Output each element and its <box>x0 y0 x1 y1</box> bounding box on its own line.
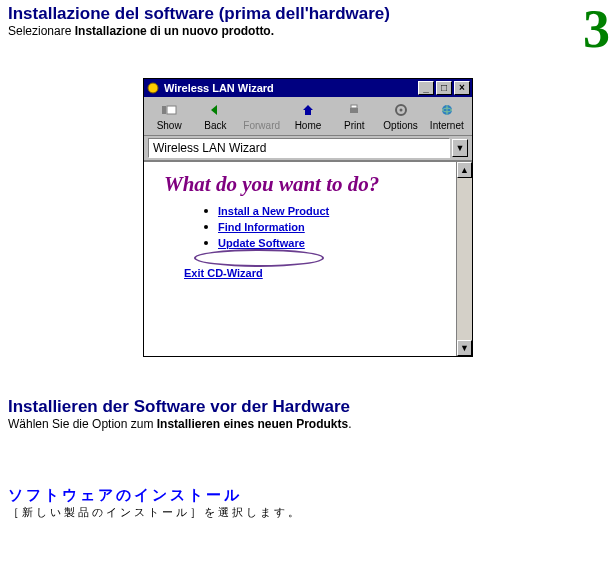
option-install[interactable]: Install a New Product <box>204 205 472 217</box>
viewport: What do you want to do? Install a New Pr… <box>144 161 472 356</box>
titlebar: Wireless LAN Wizard _ □ × <box>144 79 472 97</box>
scroll-up-button[interactable]: ▲ <box>457 162 472 178</box>
toolbar-forward: Forward <box>239 99 285 133</box>
option-find[interactable]: Find Information <box>204 221 472 233</box>
internet-icon <box>424 101 470 119</box>
svg-point-0 <box>148 83 158 93</box>
window-title: Wireless LAN Wizard <box>164 82 418 94</box>
subtext-german-suffix: . <box>348 417 351 431</box>
option-find-label: Find Information <box>218 221 305 233</box>
svg-rect-3 <box>350 108 358 113</box>
svg-rect-1 <box>162 106 166 114</box>
print-icon <box>331 101 377 119</box>
address-dropdown[interactable]: ▼ <box>452 139 468 157</box>
bullet-icon <box>204 241 208 245</box>
toolbar-options[interactable]: Options <box>377 99 423 133</box>
toolbar-show-label: Show <box>157 120 182 131</box>
minimize-button[interactable]: _ <box>418 81 434 95</box>
toolbar-back-label: Back <box>204 120 226 131</box>
toolbar-print[interactable]: Print <box>331 99 377 133</box>
option-exit[interactable]: Exit CD-Wizard <box>184 267 472 279</box>
option-update[interactable]: Update Software <box>204 237 472 249</box>
option-update-label: Update Software <box>218 237 305 249</box>
back-icon <box>192 101 238 119</box>
toolbar-forward-label: Forward <box>243 120 280 131</box>
scroll-down-button[interactable]: ▼ <box>457 340 472 356</box>
wizard-window: Wireless LAN Wizard _ □ × Show Back <box>143 78 473 357</box>
toolbar-show[interactable]: Show <box>146 99 192 133</box>
scroll-track[interactable] <box>457 178 472 340</box>
highlight-oval <box>194 249 324 267</box>
wizard-question: What do you want to do? <box>144 162 472 205</box>
toolbar-print-label: Print <box>344 120 365 131</box>
heading-japanese: ソフトウェアのインストール <box>8 486 608 505</box>
subtext-german-prefix: Wählen Sie die Option zum <box>8 417 157 431</box>
toolbar-internet[interactable]: Internet <box>424 99 470 133</box>
subtext-german: Wählen Sie die Option zum Installieren e… <box>8 417 608 431</box>
subtext-italian-bold: Installazione di un nuovo prodotto. <box>75 24 274 38</box>
subtext-italian: Selezionare Installazione di un nuovo pr… <box>8 24 608 38</box>
home-icon <box>285 101 331 119</box>
bullet-icon <box>204 209 208 213</box>
toolbar-options-label: Options <box>383 120 417 131</box>
show-icon <box>146 101 192 119</box>
subtext-german-bold: Installieren eines neuen Produkts <box>157 417 348 431</box>
subtext-japanese: ［新しい製品のインストール］を選択します。 <box>8 505 608 520</box>
subtext-italian-prefix: Selezionare <box>8 24 75 38</box>
svg-rect-2 <box>167 106 176 114</box>
toolbar-home-label: Home <box>295 120 322 131</box>
options-icon <box>377 101 423 119</box>
bullet-icon <box>204 225 208 229</box>
toolbar-back[interactable]: Back <box>192 99 238 133</box>
scrollbar-vertical[interactable]: ▲ ▼ <box>456 162 472 356</box>
address-input[interactable]: Wireless LAN Wizard <box>148 138 450 158</box>
toolbar-home[interactable]: Home <box>285 99 331 133</box>
heading-italian: Installazione del software (prima dell'h… <box>8 4 608 24</box>
app-icon <box>146 81 160 95</box>
svg-rect-4 <box>351 105 357 108</box>
close-button[interactable]: × <box>454 81 470 95</box>
svg-point-6 <box>399 109 402 112</box>
heading-german: Installieren der Software vor der Hardwa… <box>8 397 608 417</box>
toolbar: Show Back Forward Home Print <box>144 97 472 136</box>
option-install-label: Install a New Product <box>218 205 329 217</box>
option-exit-label: Exit CD-Wizard <box>184 267 263 279</box>
forward-icon <box>239 101 285 119</box>
toolbar-internet-label: Internet <box>430 120 464 131</box>
maximize-button[interactable]: □ <box>436 81 452 95</box>
page-number: 3 <box>583 2 610 56</box>
address-bar: Wireless LAN Wizard ▼ <box>144 136 472 161</box>
